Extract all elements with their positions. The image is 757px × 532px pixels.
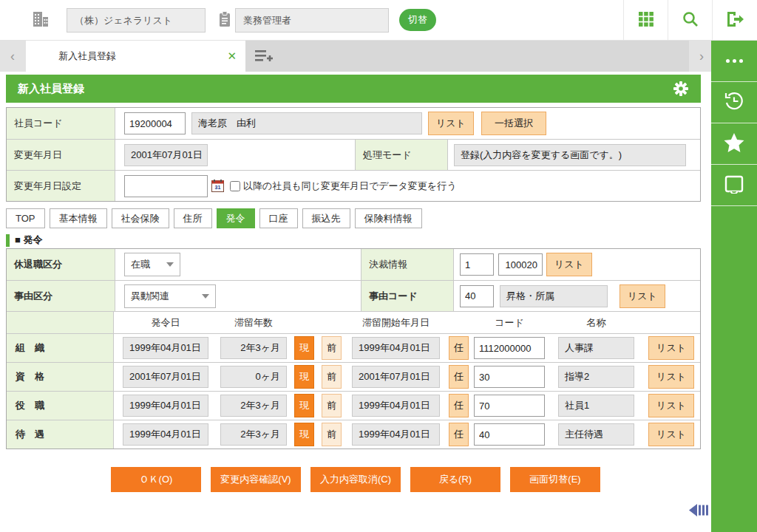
subtab-hatsurei-active[interactable]: 発令 (217, 208, 255, 228)
chevron-down-icon (166, 262, 174, 267)
tab-active[interactable]: 新入社員登録 ✕ (26, 41, 245, 72)
hatsurei-table: 休退職区分 在職 決裁情報 リスト 事由区分 異動関連 事由コード (6, 248, 701, 449)
subtab-insurance-premium[interactable]: 保険料情報 (355, 208, 422, 228)
memo-icon (724, 174, 744, 196)
previous-button[interactable]: 前 (322, 365, 342, 389)
start-date-field: 2001年07月01日 (352, 366, 440, 388)
sidebar-collapse-arrow-icon[interactable] (689, 504, 710, 519)
current-button[interactable]: 現 (294, 394, 314, 417)
role-field[interactable] (235, 8, 389, 33)
tab-title: 新入社員登録 (26, 50, 116, 63)
previous-button[interactable]: 前 (322, 394, 342, 417)
sidebar-memo-button[interactable] (711, 165, 757, 206)
code-input[interactable] (474, 423, 545, 446)
tab-scroll-right[interactable]: › (692, 41, 711, 72)
start-date-field: 1999年04月01日 (352, 423, 440, 446)
reason-code-input[interactable] (460, 285, 494, 307)
main-content: 新入社員登録 社員コード 海老原 由利 リスト 一括選択 変更年月日 2001年… (0, 72, 711, 532)
same-date-checkbox[interactable] (230, 181, 240, 191)
confirm-changes-button[interactable]: 変更内容確認(V) (211, 467, 301, 492)
logout-button[interactable] (712, 0, 757, 40)
change-date-setting-label: 変更年月日設定 (7, 171, 115, 201)
sidebar-more-button[interactable] (711, 41, 757, 82)
section-heading: ■ 発令 (6, 233, 42, 247)
ok-button[interactable]: ＯＫ(O) (111, 467, 201, 492)
company-field[interactable] (67, 8, 206, 33)
years-field: 0ヶ月 (220, 366, 287, 388)
add-tab-icon[interactable] (254, 49, 274, 64)
previous-button[interactable]: 前 (322, 336, 342, 360)
date-field: 1999年04月01日 (123, 337, 208, 359)
more-dots-icon (726, 59, 743, 63)
nin-button[interactable]: 任 (449, 423, 469, 446)
page-header: 新入社員登録 (6, 75, 701, 103)
change-date-row: 変更年月日 2001年07月01日 処理モード 登録(入力内容を変更する画面です… (7, 139, 700, 170)
grid-row-position: 役 職 1999年04月01日 2年3ヶ月 現 前 1999年04月01日 任 … (7, 391, 700, 420)
retirement-select[interactable]: 在職 (124, 253, 180, 276)
list-button[interactable]: リスト (648, 423, 694, 446)
approval-input-2[interactable] (498, 253, 543, 276)
grid-row-qualification: 資 格 2001年07月01日 0ヶ月 現 前 2001年07月01日 任 指導… (7, 362, 700, 391)
reason-kubun-select-value: 異動関連 (131, 290, 169, 303)
subtab-social-insurance[interactable]: 社会保険 (112, 208, 169, 228)
header-date: 発令日 (123, 316, 208, 330)
employee-code-row: 社員コード 海老原 由利 リスト 一括選択 (7, 108, 700, 139)
header-code: コード (474, 316, 545, 330)
screen-switch-button[interactable]: 画面切替(E) (510, 467, 600, 492)
switch-button[interactable]: 切替 (399, 9, 436, 31)
bulk-select-button[interactable]: 一括選択 (481, 112, 546, 135)
app-window: 切替 ‹ 新入社員登録 ✕ › (0, 0, 757, 532)
code-input[interactable] (474, 395, 545, 417)
apps-menu-button[interactable] (623, 0, 668, 40)
svg-text:31: 31 (215, 185, 221, 190)
sidebar-history-button[interactable] (711, 82, 757, 123)
subtab-account[interactable]: 口座 (259, 208, 298, 228)
years-field: 2年3ヶ月 (220, 337, 287, 359)
code-input[interactable] (474, 337, 545, 359)
row-label: 役 職 (7, 392, 114, 420)
row-label: 待 遇 (7, 420, 114, 449)
search-button[interactable] (668, 0, 712, 40)
name-field: 指導2 (558, 366, 634, 388)
apps-grid-icon (637, 10, 655, 30)
cancel-input-button[interactable]: 入力内容取消(C) (310, 467, 401, 492)
tab-scroll-left[interactable]: ‹ (3, 41, 22, 72)
reason-list-button[interactable]: リスト (619, 284, 665, 308)
list-button[interactable]: リスト (648, 365, 694, 389)
back-button[interactable]: 戻る(R) (410, 467, 500, 492)
calendar-icon[interactable]: 31 (211, 180, 224, 192)
grid-header-row: 発令日 滞留年数 滞留開始年月日 コード 名称 (7, 311, 700, 333)
nin-button[interactable]: 任 (449, 365, 469, 389)
code-input[interactable] (474, 366, 545, 388)
nin-button[interactable]: 任 (449, 394, 469, 417)
name-field: 主任待遇 (558, 423, 634, 446)
employee-name-field: 海老原 由利 (191, 112, 422, 134)
change-date-label: 変更年月日 (7, 140, 115, 170)
current-button[interactable]: 現 (294, 336, 314, 360)
current-button[interactable]: 現 (294, 365, 314, 389)
subtab-address[interactable]: 住所 (174, 208, 212, 228)
header-name: 名称 (558, 316, 634, 330)
subtab-transfer[interactable]: 振込先 (302, 208, 350, 228)
subtab-top[interactable]: TOP (6, 208, 45, 228)
change-date-setting-input[interactable] (124, 175, 208, 197)
previous-button[interactable]: 前 (322, 423, 342, 446)
tab-close-icon[interactable]: ✕ (227, 50, 237, 63)
settings-gear-icon[interactable] (673, 81, 689, 97)
section-accent-bar (6, 234, 10, 247)
current-button[interactable]: 現 (294, 423, 314, 446)
subtab-basic-info[interactable]: 基本情報 (50, 208, 107, 228)
list-button[interactable]: リスト (648, 394, 694, 417)
sidebar-favorites-button[interactable] (711, 123, 757, 165)
retirement-label: 休退職区分 (7, 249, 115, 280)
years-field: 2年3ヶ月 (220, 423, 287, 446)
list-button[interactable]: リスト (648, 336, 694, 360)
search-icon (682, 10, 699, 30)
approval-list-button[interactable]: リスト (546, 253, 592, 276)
reason-kubun-select[interactable]: 異動関連 (124, 284, 216, 308)
process-mode-label: 処理モード (355, 140, 448, 170)
approval-input-1[interactable] (460, 253, 494, 276)
employee-list-button[interactable]: リスト (428, 112, 474, 135)
nin-button[interactable]: 任 (449, 336, 469, 360)
employee-code-input[interactable] (124, 112, 186, 134)
